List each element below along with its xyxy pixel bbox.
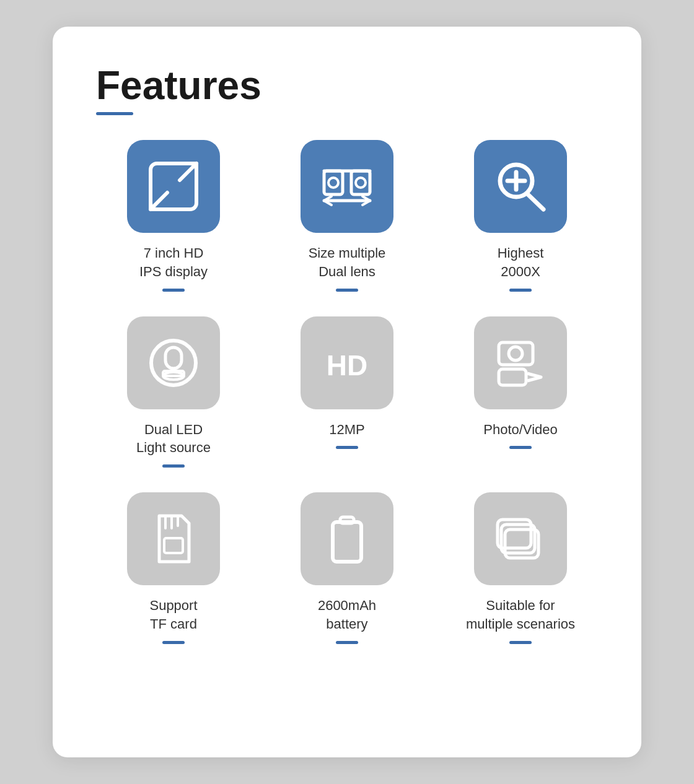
dual-lens-label: Size multipleDual lens — [309, 244, 386, 281]
feature-hd-display: 7 inch HDIPS display — [96, 140, 251, 291]
features-grid: 7 inch HDIPS display — [96, 140, 598, 643]
tf-card-label: SupportTF card — [149, 596, 197, 633]
feature-dual-lens: Size multipleDual lens — [270, 140, 424, 291]
feature-zoom: Highest2000X — [443, 140, 598, 291]
photo-video-label: Photo/Video — [483, 420, 557, 439]
scenarios-icon — [493, 511, 548, 567]
scenarios-underline — [509, 641, 532, 644]
dual-led-underline — [162, 464, 185, 468]
led-icon — [146, 335, 201, 391]
svg-rect-20 — [499, 369, 526, 385]
svg-rect-3 — [324, 171, 343, 194]
features-card: Features 7 inch HDIPS display — [53, 27, 641, 757]
scenarios-label: Suitable formultiple scenarios — [466, 596, 575, 633]
photo-video-icon-box — [474, 316, 567, 409]
svg-point-6 — [328, 178, 338, 188]
svg-point-7 — [356, 178, 366, 188]
feature-photo-video: Photo/Video — [443, 316, 598, 468]
hd-display-icon-box — [127, 140, 220, 233]
feature-scenarios: Suitable formultiple scenarios — [443, 492, 598, 643]
dual-lens-underline — [336, 289, 358, 292]
svg-line-2 — [180, 163, 196, 180]
12mp-icon-box: HD — [301, 316, 393, 409]
12mp-label: 12MP — [329, 420, 364, 439]
hd-display-underline — [162, 289, 185, 292]
dual-lens-icon-box — [301, 140, 393, 233]
battery-label: 2600mAhbattery — [318, 596, 376, 633]
resize-icon — [146, 159, 201, 214]
tf-card-icon — [146, 511, 201, 567]
zoom-underline — [509, 289, 532, 292]
svg-line-1 — [151, 193, 167, 209]
dual-lens-icon — [319, 159, 375, 214]
battery-icon — [319, 511, 375, 567]
hd-text-icon: HD — [319, 335, 375, 391]
battery-icon-box — [301, 492, 393, 585]
dual-led-label: Dual LEDLight source — [136, 420, 211, 457]
feature-tf-card: SupportTF card — [96, 492, 251, 643]
svg-rect-14 — [165, 347, 182, 368]
12mp-underline — [336, 446, 358, 449]
zoom-icon — [493, 159, 548, 214]
zoom-icon-box — [474, 140, 567, 233]
photo-video-icon — [493, 335, 548, 391]
page-title: Features — [96, 64, 598, 107]
photo-video-underline — [509, 446, 532, 449]
tf-card-icon-box — [127, 492, 220, 585]
dual-led-icon-box — [127, 316, 220, 409]
feature-battery: 2600mAhbattery — [270, 492, 424, 643]
svg-text:HD: HD — [327, 349, 367, 381]
tf-card-underline — [162, 641, 185, 644]
svg-point-19 — [509, 347, 522, 360]
feature-12mp: HD 12MP — [270, 316, 424, 468]
zoom-label: Highest2000X — [498, 244, 544, 281]
title-underline — [96, 112, 133, 115]
hd-display-label: 7 inch HDIPS display — [139, 244, 208, 281]
svg-rect-25 — [333, 522, 361, 562]
svg-rect-4 — [351, 171, 370, 194]
scenarios-icon-box — [474, 492, 567, 585]
battery-underline — [336, 641, 358, 644]
feature-dual-led: Dual LEDLight source — [96, 316, 251, 468]
svg-rect-24 — [164, 538, 183, 553]
svg-line-10 — [528, 194, 543, 209]
